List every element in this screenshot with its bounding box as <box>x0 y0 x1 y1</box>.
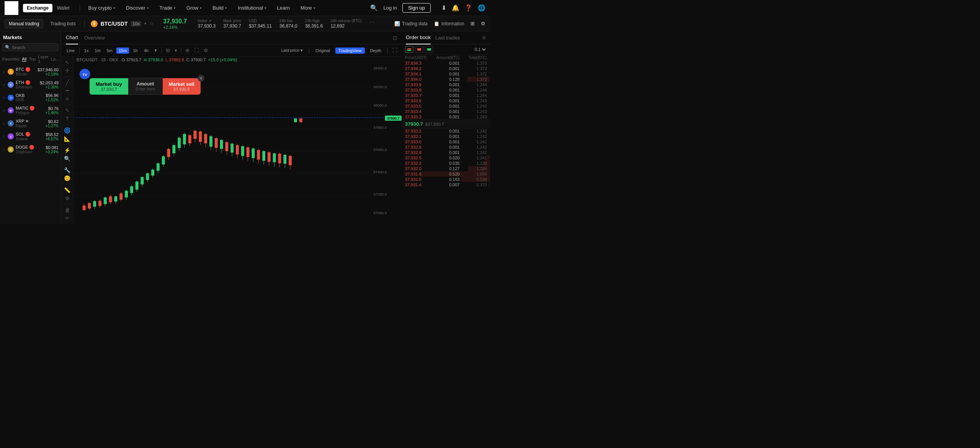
ob-view-both[interactable] <box>405 46 413 53</box>
crosshair-tool[interactable]: ✛ <box>62 67 72 74</box>
ob-ask-row[interactable]: 37,934.20.0011.373 <box>402 66 490 71</box>
toolbar-4h[interactable]: 4h <box>142 48 151 54</box>
search-bar[interactable]: 🔍 <box>2 43 59 51</box>
cursor-tool[interactable]: ↖ <box>62 59 72 66</box>
pencil-tool[interactable]: ✎ <box>62 107 72 114</box>
toolbar-fullscreen[interactable]: ⛶ <box>193 47 201 54</box>
ob-ask-row[interactable]: 37,932.90.0011.242 <box>402 144 490 150</box>
nav-institutional[interactable]: Institutional ▾ <box>232 0 272 16</box>
coin-item-eth[interactable]: ☆ Ξ ETH 🔴 Ethereum $2,053.49 +1.30% <box>0 78 61 91</box>
tradingview-style[interactable]: TradingView <box>335 48 365 54</box>
tab-overview[interactable]: Overview <box>84 31 105 44</box>
ob-ask-row[interactable]: 37,931.60.5201.056 <box>402 171 490 177</box>
filter-top[interactable]: Top <box>29 57 36 61</box>
filter-favorites[interactable]: Favorites <box>2 57 20 61</box>
emoji-tool[interactable]: 😊 <box>62 175 72 182</box>
ob-ask-row[interactable]: 37,933.00.0011.242 <box>402 139 490 144</box>
toolbar-1s[interactable]: 1s <box>82 48 91 54</box>
coin-item-btc[interactable]: ☆ ₿ BTC 🔴 Bitcoin $37,946.60 +2.19% <box>0 65 61 78</box>
star-icon[interactable]: ☆ <box>2 135 6 139</box>
manual-trading-button[interactable]: Manual trading <box>5 19 43 28</box>
trading-data-button[interactable]: 📊 Trading data <box>394 21 428 26</box>
fibonacci-tool[interactable]: 🌀 <box>62 127 72 134</box>
nav-trade[interactable]: Trade ▾ <box>154 0 181 16</box>
popup-close-button[interactable]: ✕ <box>198 75 204 82</box>
magnet-tool[interactable]: 🔧 <box>62 167 72 174</box>
toolbar-1m[interactable]: 1m <box>92 48 103 54</box>
expand-icon[interactable]: ⊡ <box>393 35 397 41</box>
filter-more[interactable]: La… <box>51 57 60 61</box>
logo[interactable] <box>5 1 18 15</box>
market-buy-button[interactable]: Market buy 37,930.7 <box>90 78 128 95</box>
ob-ask-row[interactable]: 37,933.60.0011.243 <box>402 98 490 103</box>
ob-ask-row[interactable]: 37,934.10.0011.372 <box>402 71 490 77</box>
tab-order-book[interactable]: Order book <box>406 31 431 44</box>
horizontalline-tool[interactable]: ━ <box>62 87 72 94</box>
globe-icon[interactable]: 🌐 <box>478 4 485 11</box>
lock-tool[interactable]: ✏ <box>62 215 72 222</box>
star-icon[interactable]: ☆ <box>2 70 6 74</box>
search-icon[interactable]: 🔍 <box>370 4 378 11</box>
draw-tool-3[interactable]: ≡ <box>62 95 72 102</box>
toolbar-5m[interactable]: 5m <box>105 48 115 54</box>
ob-ask-row[interactable]: 37,933.50.0011.243 <box>402 103 490 109</box>
amount-box[interactable]: Amount Enter here <box>128 78 163 95</box>
trendline-tool[interactable]: ╱ <box>62 79 72 86</box>
last-price-label[interactable]: Last price ▾ <box>278 47 306 54</box>
original-style[interactable]: Original <box>312 48 333 54</box>
pair-chevron-icon[interactable]: ▾ <box>144 21 146 26</box>
nav-build[interactable]: Build ▾ <box>207 0 232 16</box>
pattern-tool[interactable]: ⚡ <box>62 147 72 154</box>
ruler-tool[interactable]: 📏 <box>62 187 72 194</box>
ob-ask-row[interactable]: 37,933.30.0011.243 <box>402 114 490 120</box>
ob-ask-row[interactable]: 37,933.20.0011.242 <box>402 128 490 134</box>
toolbar-settings[interactable]: ⚙ <box>202 47 210 54</box>
coin-item-sol[interactable]: ☆ S SOL 🔴 Solana $58.52 +6.57% <box>0 130 61 143</box>
help-icon[interactable]: ❓ <box>465 4 472 11</box>
toolbar-crosshair[interactable]: ⊕ <box>184 47 191 54</box>
coin-item-doge[interactable]: ☆ D DOGE 🔴 Dogecoin $0.081 +3.24% <box>0 143 61 156</box>
download-icon[interactable]: ⬇ <box>441 4 446 11</box>
ob-ask-row[interactable]: 37,933.70.0011.244 <box>402 93 490 98</box>
ob-ask-row[interactable]: 37,931.40.0070.373 <box>402 182 490 187</box>
ob-ask-row[interactable]: 37,934.30.0011.373 <box>402 61 490 66</box>
fullscreen-icon[interactable]: ⛶ <box>391 47 399 54</box>
tab-chart[interactable]: Chart <box>66 31 78 44</box>
zoom-in-tool[interactable]: ⊕ <box>62 195 72 202</box>
pair-favorite-icon[interactable]: ☆ <box>149 21 154 26</box>
ob-ask-row[interactable]: 37,933.10.0011.242 <box>402 134 490 139</box>
coin-item-xrp[interactable]: ☆ X XRP ✕ Ripple $0.62 +1.27% <box>0 117 61 130</box>
coin-item-matic[interactable]: ☆ M MATIC 🔴 Polygon $0.76 +1.46% <box>0 104 61 117</box>
ob-view-sells[interactable] <box>415 46 423 53</box>
nav-more[interactable]: More ▾ <box>295 0 321 16</box>
ob-view-buys[interactable] <box>425 46 433 53</box>
nav-learn[interactable]: Learn <box>272 0 295 16</box>
ob-ask-row[interactable]: 37,933.90.0011.244 <box>402 82 490 87</box>
search-input[interactable] <box>12 45 56 50</box>
toolbar-indicators[interactable]: ⊞ <box>164 47 172 54</box>
market-sell-button[interactable]: Market sell 37,930.6 <box>163 78 201 95</box>
star-icon[interactable]: ☆ <box>2 108 6 113</box>
ob-ask-row[interactable]: 37,933.40.0011.243 <box>402 109 490 114</box>
ob-ask-row[interactable]: 37,932.20.0351.220 <box>402 161 490 166</box>
star-icon[interactable]: ☆ <box>2 83 6 87</box>
star-icon[interactable]: ☆ <box>2 148 6 152</box>
text-tool[interactable]: T <box>62 115 72 122</box>
nav-discover[interactable]: Discover ▾ <box>121 0 154 16</box>
toolbar-1h[interactable]: 1h <box>131 48 140 54</box>
ob-size-select[interactable]: 0.1 0.5 1 <box>473 47 487 52</box>
toolbar-15m[interactable]: 15m <box>116 48 129 54</box>
toolbar-templates[interactable]: ▾ <box>173 47 179 54</box>
measure-tool[interactable]: 📐 <box>62 135 72 142</box>
depth-style[interactable]: Depth <box>367 48 384 54</box>
information-button[interactable]: 📋 Information <box>434 21 464 26</box>
star-icon[interactable]: ☆ <box>2 121 6 126</box>
nav-grow[interactable]: Grow ▾ <box>181 0 207 16</box>
filter-layer1[interactable]: Layer 1 <box>38 54 49 64</box>
ob-ask-row[interactable]: 37,933.80.0011.244 <box>402 87 490 93</box>
tab-wallet[interactable]: Wallet <box>53 4 74 12</box>
more-stats-icon[interactable]: ··· <box>369 19 374 29</box>
leverage-badge[interactable]: 10x <box>131 21 141 26</box>
tab-exchange[interactable]: Exchange <box>23 4 52 12</box>
zoom-tool[interactable]: 🔍 <box>62 155 72 162</box>
